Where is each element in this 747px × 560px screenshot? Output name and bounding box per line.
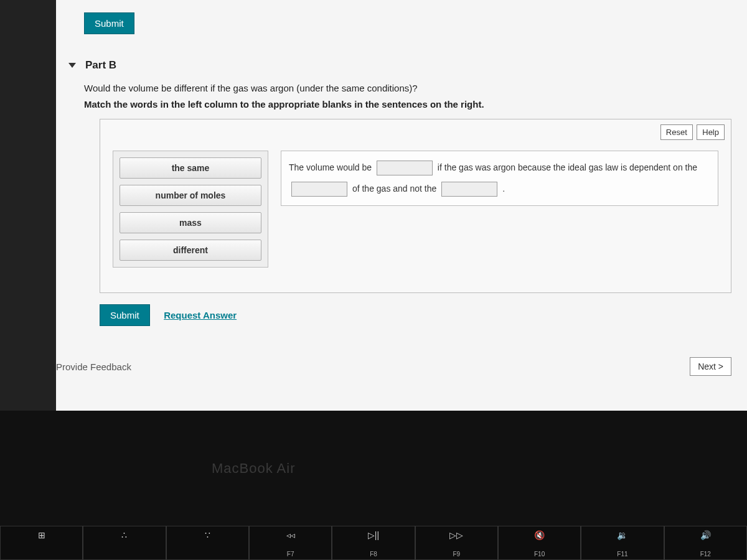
play-pause-icon: ▷|| [368, 530, 379, 540]
request-answer-link[interactable]: Request Answer [164, 310, 237, 320]
mute-icon: 🔇 [534, 530, 545, 540]
rewind-icon: ◃◃ [286, 530, 295, 540]
forward-icon: ▷▷ [449, 530, 463, 540]
volume-down-icon: 🔉 [617, 530, 627, 540]
dots-icon: ∴ [121, 530, 127, 540]
key-label: F12 [700, 551, 711, 558]
sentence-target: The volume would be if the gas was argon… [281, 151, 718, 206]
word-item[interactable]: the same [120, 157, 261, 179]
laptop-brand-text: MacBook Air [212, 460, 296, 477]
rewind-key[interactable]: ◃◃ F7 [249, 526, 332, 560]
forward-key[interactable]: ▷▷ F9 [415, 526, 498, 560]
sentence-fragment: the [685, 162, 697, 172]
assignment-page: Submit Part B Would the volume be differ… [56, 0, 747, 411]
word-item[interactable]: mass [120, 212, 261, 233]
footer-row: Provide Feedback Next > [56, 357, 731, 376]
word-bank: the same number of moles mass different [113, 151, 268, 268]
next-button[interactable]: Next > [690, 357, 731, 376]
grid-icon: ⊞ [38, 530, 45, 540]
collapse-triangle-icon [68, 63, 76, 68]
workarea-toolbar: Reset Help [659, 124, 725, 140]
sentence-fragment: The volume would be [289, 162, 372, 172]
dots2-icon: ∵ [205, 530, 210, 540]
volume-up-key[interactable]: 🔊 F12 [664, 526, 747, 560]
submit-button[interactable]: Submit [100, 304, 150, 326]
key-label: F11 [617, 551, 627, 558]
sentence-fragment: of the gas and not the [352, 184, 436, 194]
blank-slot[interactable] [377, 161, 433, 175]
mute-key[interactable]: 🔇 F10 [498, 526, 581, 560]
part-title: Part B [85, 59, 116, 72]
provide-feedback-link[interactable]: Provide Feedback [56, 362, 131, 372]
part-b-header[interactable]: Part B [68, 59, 747, 72]
question-text: Would the volume be different if the gas… [84, 81, 747, 96]
action-row: Submit Request Answer [100, 304, 747, 326]
mission-control-key[interactable]: ∴ [83, 526, 166, 560]
function-key-row: ⊞ ∴ ∵ ◃◃ F7 ▷|| F8 ▷▷ F9 🔇 F10 🔉 F1 [0, 526, 747, 560]
word-item[interactable]: different [120, 240, 261, 261]
volume-up-icon: 🔊 [700, 530, 711, 540]
reset-button[interactable]: Reset [660, 124, 693, 140]
submit-button-top[interactable]: Submit [84, 12, 134, 34]
key-label: F8 [370, 551, 377, 558]
laptop-body: MacBook Air ⊞ ∴ ∵ ◃◃ F7 ▷|| F8 ▷▷ F9 🔇 F… [0, 411, 747, 560]
key-label: F7 [287, 551, 294, 558]
key-label: F9 [453, 551, 460, 558]
sentence-fragment: if the gas was argon because the ideal g… [438, 162, 683, 172]
matching-work-area: Reset Help the same number of moles mass… [100, 119, 731, 293]
volume-down-key[interactable]: 🔉 F11 [581, 526, 664, 560]
page-edge-strip [0, 0, 56, 411]
play-pause-key[interactable]: ▷|| F8 [332, 526, 415, 560]
instruction-text: Match the words in the left column to th… [84, 99, 747, 110]
help-button[interactable]: Help [697, 124, 725, 140]
word-item[interactable]: number of moles [120, 185, 261, 206]
launchpad-key[interactable]: ⊞ [0, 526, 83, 560]
key-label: F10 [534, 551, 545, 558]
blank-slot[interactable] [441, 182, 497, 197]
sentence-fragment: . [502, 184, 505, 194]
spotlight-key[interactable]: ∵ [166, 526, 249, 560]
blank-slot[interactable] [291, 182, 347, 197]
